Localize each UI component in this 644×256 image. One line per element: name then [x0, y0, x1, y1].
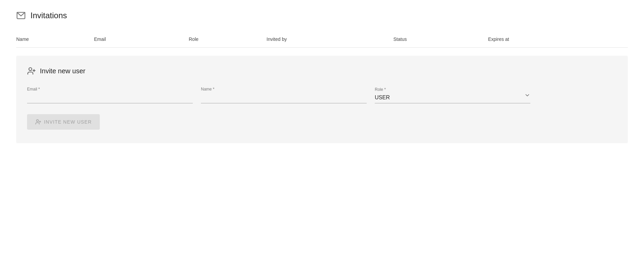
page-header: Invitations: [16, 11, 628, 20]
role-label: Role *: [375, 87, 386, 92]
name-field-wrapper: Name *: [201, 85, 367, 103]
column-header-email: Email: [94, 36, 189, 42]
form-row: Email * Name * Role * USER ADMIN VIEWER: [27, 85, 617, 103]
role-select[interactable]: USER ADMIN VIEWER: [375, 85, 530, 103]
svg-point-1: [29, 68, 32, 71]
email-label: Email *: [27, 87, 40, 92]
column-header-invited-by: Invited by: [267, 36, 393, 42]
invite-card-title: Invite new user: [40, 67, 86, 75]
invite-card-header: Invite new user: [27, 67, 617, 75]
column-header-role: Role: [189, 36, 267, 42]
email-field-wrapper: Email *: [27, 85, 193, 103]
role-field-wrapper: Role * USER ADMIN VIEWER: [375, 85, 530, 103]
name-label: Name *: [201, 87, 214, 92]
name-input[interactable]: [201, 85, 367, 103]
column-header-status: Status: [393, 36, 488, 42]
invite-button-label: INVITE NEW USER: [44, 119, 92, 125]
mail-icon: [16, 11, 26, 20]
table-header: Name Email Role Invited by Status Expire…: [16, 32, 628, 48]
column-header-name: Name: [16, 36, 94, 42]
email-input[interactable]: [27, 85, 193, 103]
column-header-expires-at: Expires at: [488, 36, 628, 42]
invite-new-user-button[interactable]: INVITE NEW USER: [27, 114, 100, 130]
user-add-icon: [27, 67, 36, 75]
role-select-wrapper: Role * USER ADMIN VIEWER: [375, 85, 530, 103]
invite-button-icon: [35, 119, 41, 125]
page-container: Invitations Name Email Role Invited by S…: [0, 0, 644, 154]
page-title: Invitations: [30, 11, 67, 20]
invite-card: Invite new user Email * Name * Role * US…: [16, 56, 628, 143]
svg-point-4: [37, 120, 39, 122]
table-section: Name Email Role Invited by Status Expire…: [16, 32, 628, 143]
